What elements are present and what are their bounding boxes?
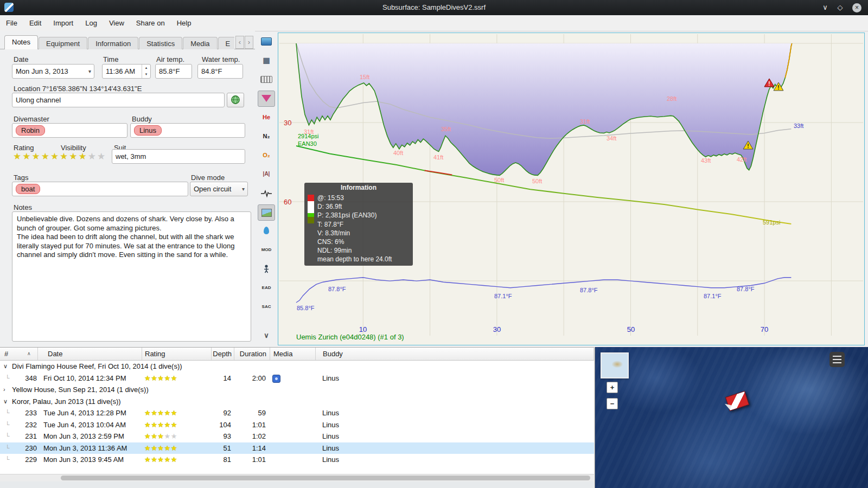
date-select[interactable]: Mon Jun 3, 2013 ▾ [12,64,94,79]
grid-icon[interactable]: ▦ [258,53,275,69]
maximize-window-button[interactable]: ◇ [837,0,843,15]
tab-statistics[interactable]: Statistics [139,37,182,49]
zoom-out-button[interactable]: − [607,398,618,409]
menu-edit[interactable]: Edit [23,15,47,31]
sac-icon[interactable]: SAC [258,299,275,316]
column-header-depth[interactable]: Depth [212,348,234,360]
dive-profile-panel[interactable]: 31ft15ft40ft41ft35ft50ft50ft31ft34ft28ft… [278,33,865,345]
horizontal-scrollbar[interactable] [0,474,594,481]
ceiling-icon[interactable] [258,91,275,107]
tab-scroll-left-button[interactable]: ‹ [235,36,244,49]
air-temp-input[interactable]: 85.8°F [155,64,192,79]
air-graph-icon[interactable]: |A| [258,166,275,183]
expander-open-icon[interactable]: ∨ [3,396,8,408]
location-input[interactable]: Ulong channel [12,93,225,107]
column-header-duration[interactable]: Duration [234,348,270,360]
close-window-button[interactable]: × [852,3,861,12]
trip-row[interactable]: ∨Divi Flamingo House Reef, Fri Oct 10, 2… [0,361,594,373]
menu-import[interactable]: Import [47,15,79,31]
dive-duration: 2:00 [234,373,266,384]
svg-text:30: 30 [493,325,501,333]
helium-graph-icon[interactable]: He [258,110,275,126]
expander-closed-icon[interactable]: › [3,384,5,396]
map-menu-button[interactable] [829,352,845,367]
toolbar-collapse-button[interactable]: ∨ [258,328,275,344]
visibility-stars[interactable]: ★★★★★ [60,151,106,162]
dive-buddy: Linus [322,407,339,419]
photos-icon[interactable] [258,204,275,221]
ead-icon[interactable]: EAD [258,280,275,297]
deco-icon[interactable] [258,261,275,278]
dive-depth: 14 [212,373,231,384]
tab-information[interactable]: Information [88,37,138,49]
oxygen-graph-icon[interactable]: O₂ [258,147,275,164]
star-empty-icon: ★ [97,151,106,162]
dive-computer-icon[interactable] [258,34,275,50]
menu-help[interactable]: Help [171,15,197,31]
chevron-down-icon: ▾ [242,182,245,196]
star-filled-icon: ★ [50,151,60,162]
svg-text:87.8°F: 87.8°F [328,286,346,292]
map-panel[interactable]: + − [595,347,868,488]
divemaster-input[interactable]: Robin [12,123,127,138]
dive-row[interactable]: └229Mon Jun 3, 2013 9:45 AM★★★★★811:01Li… [0,454,594,466]
buddy-input[interactable]: Linus [130,123,245,138]
expander-open-icon[interactable]: ∨ [3,361,8,373]
scrollbar-thumb[interactable] [61,476,590,480]
overview-minimap[interactable] [601,352,629,378]
menu-log[interactable]: Log [79,15,103,31]
trip-row[interactable]: ∨Koror, Palau, Jun 2013 (11 dive(s)) [0,396,594,408]
dive-row[interactable]: └348Fri Oct 10, 2014 12:34 PM★★★★★142:00… [0,373,594,384]
dive-row[interactable]: └233Tue Jun 4, 2013 12:28 PM★★★★★9259Lin… [0,407,594,419]
zoom-in-button[interactable]: + [607,382,618,393]
dive-date: Mon Jun 3, 2013 11:36 AM [43,442,127,454]
info-box-row: @: 15:53 [317,194,411,202]
menu-view[interactable]: View [103,15,130,31]
svg-text:30: 30 [284,119,291,127]
sort-ascending-icon: ∧ [27,348,31,360]
tab-scroll-right-button[interactable]: › [245,36,253,49]
notes-textarea[interactable]: Unbelievable dive. Dozens and dozens of … [12,211,251,342]
tags-input[interactable]: boat [12,182,188,196]
tag-boat[interactable]: boat [16,184,40,194]
shade-window-button[interactable]: ∨ [822,0,828,15]
dive-number: 230 [12,442,37,454]
rating-stars[interactable]: ★★★★★ [13,151,60,162]
column-header-media[interactable]: Media [270,348,316,360]
column-header-rating[interactable]: Rating [142,348,212,360]
trip-row[interactable]: ›Yellow House, Sun Sep 21, 2014 (1 dive(… [0,384,594,396]
time-spinner[interactable]: ▴▾ [142,65,150,78]
suit-input[interactable]: wet, 3mm [112,149,245,164]
tab-notes[interactable]: Notes [4,35,38,49]
info-box-title: Information [304,183,413,192]
column-header-num[interactable]: #∧ [0,348,38,360]
media-icon[interactable] [272,375,280,383]
mod-icon[interactable]: MOD [258,242,275,259]
tab-e[interactable]: E [218,37,234,49]
heartrate-icon[interactable] [258,185,275,202]
dive-row[interactable]: └232Tue Jun 4, 2013 10:04 AM★★★★★1041:01… [0,419,594,431]
menu-file[interactable]: File [0,15,23,31]
dive-number: 233 [12,407,37,419]
tab-media[interactable]: Media [183,37,217,49]
column-header-date[interactable]: Date [38,348,142,360]
column-header-buddy[interactable]: Buddy [316,348,594,360]
water-temp-input[interactable]: 84.8°F [197,64,243,79]
ruler-icon[interactable] [258,72,275,88]
dive-buddy: Linus [322,442,339,454]
buddy-tag[interactable]: Linus [134,125,162,136]
dive-row[interactable]: └231Mon Jun 3, 2013 2:59 PM★★★★★931:02Li… [0,431,594,442]
menu-share-on[interactable]: Share on [130,15,171,31]
svg-text:50: 50 [627,325,635,333]
gas-drop-icon[interactable] [258,223,275,240]
tab-equipment[interactable]: Equipment [39,37,87,49]
time-input[interactable]: 11:36 AM ▴▾ [102,64,151,79]
dive-mode-select[interactable]: Open circuit ▾ [190,182,248,196]
dive-row[interactable]: └230Mon Jun 3, 2013 11:36 AM★★★★★511:14L… [0,442,594,454]
globe-button[interactable] [227,93,244,107]
nitrogen-graph-icon[interactable]: N₂ [258,129,275,145]
svg-text:591psi: 591psi [763,219,780,226]
svg-text:34ft: 34ft [607,135,616,142]
divemaster-tag[interactable]: Robin [16,125,45,136]
dive-mode-label: Dive mode [191,174,225,182]
